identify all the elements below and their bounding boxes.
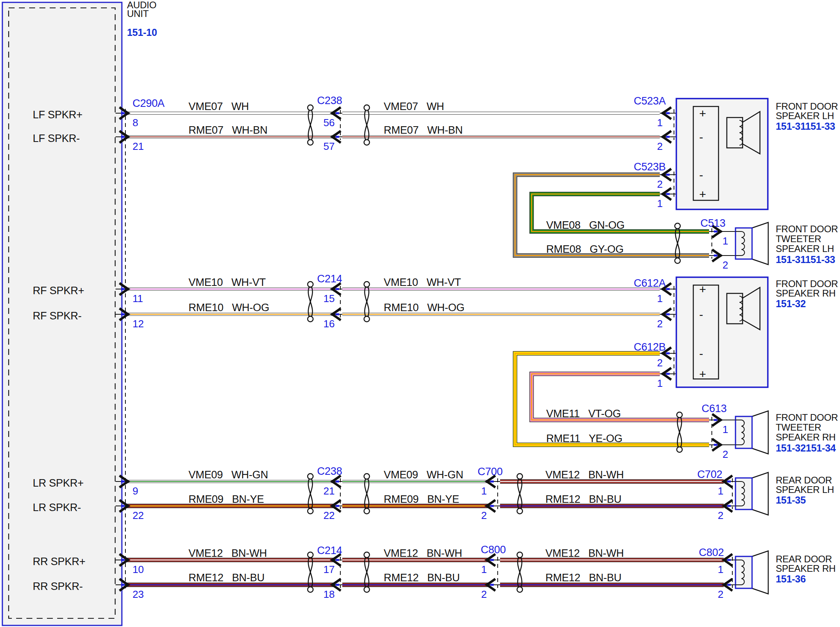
connector-c612b: C612B bbox=[628, 341, 666, 353]
wire-label: VME07 WH bbox=[384, 101, 444, 113]
device-name-line: FRONT DOOR bbox=[776, 279, 838, 289]
front-door-tweeter-lh-icon bbox=[735, 222, 768, 265]
device-ref: 151-31151-33 bbox=[776, 254, 835, 265]
wire-label: RME10 WH-OG bbox=[189, 302, 269, 314]
pin-c613-2: 2 bbox=[722, 448, 728, 461]
terminal-plus: + bbox=[699, 107, 706, 120]
device-name-line: FRONT DOOR bbox=[776, 413, 838, 422]
wire-label: VME11 VT-OG bbox=[546, 408, 621, 420]
terminal-minus: - bbox=[699, 347, 703, 360]
pin-c802-2: 2 bbox=[718, 588, 723, 601]
terminal-minus: - bbox=[699, 308, 703, 321]
terminal-plus: + bbox=[699, 188, 706, 201]
pin-c290a-23: 23 bbox=[133, 588, 144, 601]
pin-c700-2: 2 bbox=[481, 509, 487, 522]
device-ref: 151-35 bbox=[776, 495, 806, 506]
pin-c290a-11: 11 bbox=[133, 293, 143, 305]
pin-c523a-2: 2 bbox=[657, 140, 663, 153]
connector-c802: C802 bbox=[699, 547, 724, 559]
pin-c290a-8: 8 bbox=[133, 117, 138, 129]
wire-label: VME12 BN-WH bbox=[189, 547, 267, 560]
pin-c613-1: 1 bbox=[722, 424, 728, 436]
wire-label: RME12 BN-BU bbox=[545, 493, 622, 506]
wire-label: VME12 BN-WH bbox=[384, 547, 462, 560]
device-name-line: REAR DOOR bbox=[776, 476, 832, 485]
pin-c513-2: 2 bbox=[722, 259, 728, 271]
pin-c290a-21: 21 bbox=[133, 140, 144, 153]
wire-label: VME10 WH-VT bbox=[384, 276, 461, 289]
wire-label: RME12 BN-BU bbox=[545, 572, 622, 584]
pin-c290a-10: 10 bbox=[133, 564, 144, 576]
connector-c238-front: C238 bbox=[317, 95, 342, 107]
pin-c290a-12: 12 bbox=[133, 318, 144, 330]
pin-c702-2: 2 bbox=[718, 509, 723, 522]
connector-c700: C700 bbox=[478, 466, 502, 478]
pin-c290a-9: 9 bbox=[133, 485, 138, 497]
wire-label: RME09 BN-YE bbox=[189, 493, 264, 506]
wire-label: RME07 WH-BN bbox=[384, 124, 463, 136]
device-name-line: SPEAKER RH bbox=[776, 289, 836, 298]
wire-label: VME12 BN-WH bbox=[545, 469, 624, 481]
device-name-line: FRONT DOOR bbox=[776, 102, 838, 111]
connector-c238-rear: C238 bbox=[317, 465, 342, 478]
device-name-line: FRONT DOOR bbox=[776, 224, 838, 234]
device-name-line: TWEETER bbox=[776, 234, 821, 244]
wire-label: RME12 BN-BU bbox=[189, 572, 265, 584]
signal-rr-spkr-minus: RR SPKR- bbox=[33, 580, 83, 593]
pin-c612b-2: 2 bbox=[657, 357, 663, 369]
wire-label: RME09 BN-YE bbox=[384, 493, 459, 506]
pin-c214-17: 17 bbox=[323, 564, 334, 576]
signal-lf-spkr-plus: LF SPKR+ bbox=[33, 109, 82, 121]
device-name-line: SPEAKER RH bbox=[776, 433, 836, 442]
wire-label: VME12 BN-WH bbox=[545, 547, 624, 560]
pin-c702-1: 1 bbox=[718, 485, 723, 497]
signal-rr-spkr-plus: RR SPKR+ bbox=[33, 556, 85, 568]
connector-c513: C513 bbox=[700, 217, 725, 230]
wire-label: RME08 GY-OG bbox=[546, 243, 623, 256]
front-door-tweeter-rh-icon bbox=[735, 411, 768, 454]
wire-label: VME07 WH bbox=[189, 101, 249, 113]
terminal-plus: + bbox=[699, 283, 706, 296]
signal-lf-spkr-minus: LF SPKR- bbox=[33, 132, 80, 145]
wire-label: VME10 WH-VT bbox=[189, 276, 266, 289]
connector-c702: C702 bbox=[697, 468, 722, 481]
device-ref: 151-31151-33 bbox=[776, 121, 835, 132]
connector-c214-front: C214 bbox=[317, 273, 342, 285]
signal-rf-spkr-plus: RF SPKR+ bbox=[33, 285, 84, 297]
pin-c214-16: 16 bbox=[323, 318, 334, 330]
connector-c613: C613 bbox=[702, 403, 726, 415]
pin-c802-1: 1 bbox=[718, 564, 723, 576]
wire-label: VME08 GN-OG bbox=[546, 219, 625, 231]
front-door-speaker-lh-icon bbox=[676, 99, 768, 209]
terminal-minus: - bbox=[699, 131, 703, 144]
pin-c238-57: 57 bbox=[323, 140, 334, 153]
pin-c523a-1: 1 bbox=[657, 117, 663, 129]
wire-label: RME12 BN-BU bbox=[384, 572, 460, 584]
device-ref: 151-36 bbox=[776, 573, 806, 585]
pin-c214-18: 18 bbox=[323, 588, 334, 601]
rear-door-speaker-rh-icon bbox=[735, 551, 768, 594]
pin-c238-21: 21 bbox=[323, 485, 334, 497]
wire-label: VME09 WH-GN bbox=[189, 469, 268, 481]
pin-c214-15: 15 bbox=[323, 293, 334, 305]
pin-c238-56: 56 bbox=[323, 117, 334, 129]
pin-c800-2: 2 bbox=[481, 588, 487, 601]
terminal-minus: - bbox=[699, 168, 703, 182]
pin-c290a-22: 22 bbox=[133, 509, 144, 522]
device-name-line: SPEAKER LH bbox=[776, 244, 834, 254]
signal-lr-spkr-minus: LR SPKR- bbox=[33, 502, 81, 514]
pin-c612b-1: 1 bbox=[657, 377, 663, 390]
device-name-line: TWEETER bbox=[776, 423, 821, 432]
audio-unit-ref: 151-10 bbox=[127, 27, 157, 38]
wire-label: RME10 WH-OG bbox=[384, 302, 465, 314]
connector-c800: C800 bbox=[481, 544, 506, 556]
rear-door-speaker-lh-icon bbox=[735, 472, 768, 515]
signal-lr-spkr-plus: LR SPKR+ bbox=[33, 477, 84, 489]
pin-c612a-2: 2 bbox=[657, 318, 663, 330]
pin-c700-1: 1 bbox=[481, 485, 487, 497]
signal-rf-spkr-minus: RF SPKR- bbox=[33, 310, 82, 322]
connector-c523b: C523B bbox=[628, 161, 666, 173]
device-ref: 151-32151-34 bbox=[776, 442, 836, 454]
pin-c612a-1: 1 bbox=[657, 293, 663, 305]
pin-c800-1: 1 bbox=[481, 564, 487, 576]
